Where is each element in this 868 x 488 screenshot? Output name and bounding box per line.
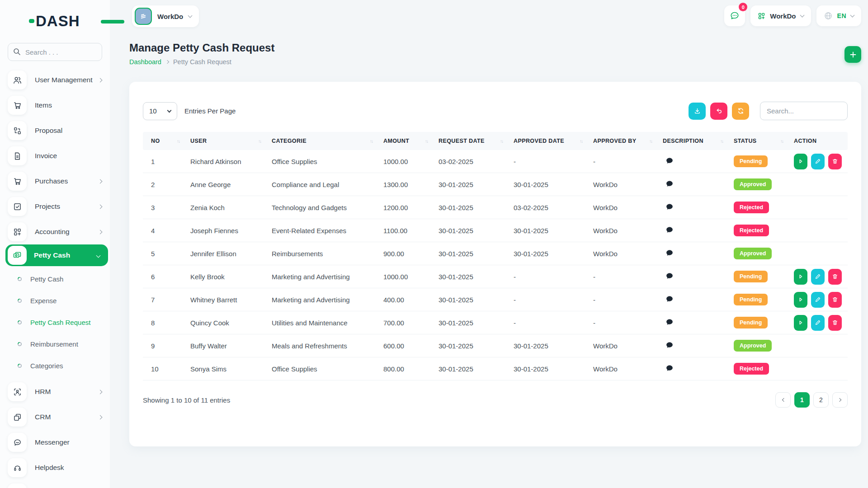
- table-header-row: NO↑↓ USER↑↓ CATEGORIE↑↓ AMOUNT↑↓ REQUEST…: [143, 132, 848, 150]
- delete-button[interactable]: [828, 269, 842, 285]
- language-selector[interactable]: EN: [816, 5, 861, 26]
- pagination-page-1[interactable]: 1: [794, 392, 810, 408]
- chevron-right-icon: [98, 179, 103, 183]
- chevron-right-icon: [98, 230, 103, 234]
- cart-icon: [8, 172, 27, 191]
- status-action-button[interactable]: [794, 315, 807, 331]
- chevron-right-icon: [98, 204, 103, 209]
- sort-icon[interactable]: ↑↓: [370, 139, 373, 144]
- sidebar-subitem-reimbursement[interactable]: Reimbursement: [0, 333, 110, 355]
- edit-button[interactable]: [811, 315, 825, 331]
- column-header-status: STATUS: [734, 138, 757, 144]
- description-comment-icon[interactable]: [665, 318, 674, 326]
- sidebar-item-user-management[interactable]: User Management: [0, 67, 110, 93]
- sidebar-item-petty-cash[interactable]: Petty Cash: [5, 244, 108, 266]
- edit-button[interactable]: [811, 292, 825, 308]
- sort-icon[interactable]: ↑↓: [177, 139, 179, 144]
- sort-icon[interactable]: ↑↓: [258, 139, 261, 144]
- sidebar-item-projects[interactable]: Projects: [0, 194, 110, 219]
- description-comment-icon[interactable]: [665, 180, 674, 188]
- sort-icon[interactable]: ↑↓: [780, 139, 783, 144]
- status-badge: Rejected: [734, 202, 769, 213]
- delete-button[interactable]: [828, 154, 842, 169]
- sidebar-item-accounting[interactable]: Accounting: [0, 219, 110, 244]
- sidebar-item-purchases[interactable]: Purchases: [0, 169, 110, 194]
- chat-bubble-icon: [8, 433, 27, 452]
- status-badge: Approved: [734, 248, 772, 259]
- description-comment-icon[interactable]: [665, 157, 674, 165]
- trash-icon: [832, 158, 838, 164]
- breadcrumb-dashboard-link[interactable]: Dashboard: [129, 58, 161, 66]
- brand-logo[interactable]: DASH: [29, 14, 110, 28]
- logo-accent-dash: [29, 19, 34, 23]
- sort-icon[interactable]: ↑↓: [649, 139, 652, 144]
- pencil-icon: [815, 319, 821, 326]
- description-comment-icon[interactable]: [665, 272, 674, 280]
- pencil-icon: [815, 158, 821, 164]
- sidebar-item-label: Invoice: [35, 152, 57, 160]
- status-action-button[interactable]: [794, 269, 807, 285]
- pagination-page-2[interactable]: 2: [813, 392, 829, 408]
- sort-icon[interactable]: ↑↓: [580, 139, 582, 144]
- sidebar-item-label: Helpdesk: [35, 464, 64, 472]
- description-comment-icon[interactable]: [665, 364, 674, 372]
- breadcrumb: Dashboard Petty Cash Request: [129, 58, 274, 66]
- sort-icon[interactable]: ↑↓: [720, 139, 723, 144]
- sort-icon[interactable]: ↑↓: [425, 139, 428, 144]
- sidebar-item-label: Projects: [35, 202, 60, 211]
- edit-button[interactable]: [811, 269, 825, 285]
- description-comment-icon[interactable]: [665, 203, 674, 211]
- status-action-button[interactable]: [794, 154, 807, 169]
- entries-per-page-value: 10: [149, 107, 157, 115]
- pagination: 1 2: [775, 392, 848, 408]
- description-comment-icon[interactable]: [665, 295, 674, 303]
- pagination-prev-button[interactable]: [775, 392, 791, 408]
- edit-button[interactable]: [811, 154, 825, 169]
- sidebar-item-crm[interactable]: CRM: [0, 404, 110, 430]
- entries-per-page-select[interactable]: 10: [143, 102, 177, 120]
- status-badge: Rejected: [734, 225, 769, 236]
- table-row: 2 Anne George Compliance and Legal 1300.…: [143, 173, 848, 196]
- workspace-switcher[interactable]: WorkDo: [132, 5, 199, 27]
- sidebar-subitem-petty-cash-request[interactable]: Petty Cash Request: [0, 311, 110, 333]
- chevron-down-icon: [167, 108, 172, 113]
- sidebar-item-hrm[interactable]: HRM: [0, 379, 110, 404]
- delete-button[interactable]: [828, 292, 842, 308]
- sidebar-item-messenger[interactable]: Messenger: [0, 430, 110, 455]
- reset-filter-button[interactable]: [710, 103, 727, 120]
- petty-cash-submenu: Petty Cash Expense Petty Cash Request Re…: [0, 268, 110, 376]
- refresh-button[interactable]: [732, 103, 749, 120]
- sidebar-item-invoice[interactable]: Invoice: [0, 143, 110, 169]
- sort-icon[interactable]: ↑↓: [500, 139, 503, 144]
- pagination-next-button[interactable]: [832, 392, 848, 408]
- sidebar-subitem-categories[interactable]: Categories: [0, 355, 110, 376]
- description-comment-icon[interactable]: [665, 226, 674, 234]
- refresh-icon: [737, 107, 745, 115]
- sidebar-item-proposal[interactable]: Proposal: [0, 118, 110, 143]
- description-comment-icon[interactable]: [665, 249, 674, 257]
- table-row: 8 Quincy Cook Utilities and Maintenance …: [143, 311, 848, 334]
- sidebar-item-label: Items: [35, 101, 52, 109]
- overlap-squares-icon: [8, 408, 27, 427]
- sidebar-subitem-label: Expense: [30, 297, 57, 305]
- export-download-button[interactable]: [689, 103, 706, 120]
- status-action-button[interactable]: [794, 292, 807, 308]
- description-comment-icon[interactable]: [665, 341, 674, 349]
- chevron-down-icon: [800, 13, 804, 18]
- trash-icon: [832, 273, 838, 280]
- column-header-description: DESCRIPTION: [663, 138, 703, 144]
- sidebar-item-helpdesk[interactable]: Helpdesk: [0, 455, 110, 480]
- sidebar-item-settings[interactable]: Settings: [0, 480, 110, 488]
- account-name: WorkDo: [770, 12, 796, 20]
- sidebar-item-items[interactable]: Items: [0, 93, 110, 118]
- delete-button[interactable]: [828, 315, 842, 331]
- table-search-input[interactable]: [760, 102, 848, 120]
- sidebar-search-input[interactable]: [8, 43, 102, 61]
- sidebar-subitem-petty-cash[interactable]: Petty Cash: [0, 268, 110, 290]
- status-badge: Rejected: [734, 363, 769, 375]
- create-request-button[interactable]: [844, 46, 861, 63]
- account-menu[interactable]: WorkDo: [750, 5, 811, 26]
- table-row: 10 Sonya Sims Office Supplies 800.00 30-…: [143, 357, 848, 380]
- messages-button[interactable]: 0: [724, 5, 745, 26]
- sidebar-subitem-expense[interactable]: Expense: [0, 290, 110, 311]
